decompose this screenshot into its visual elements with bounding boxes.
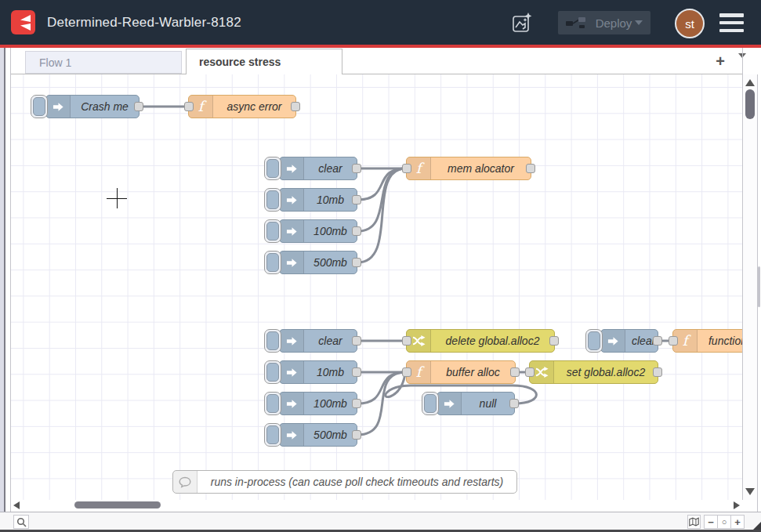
node-port-in[interactable]	[402, 336, 411, 346]
node-port-out[interactable]	[549, 336, 559, 346]
add-flow-button[interactable]: +	[709, 50, 731, 72]
node-port-out[interactable]	[291, 102, 300, 111]
deploy-nodes-icon	[566, 16, 586, 29]
node-port-in[interactable]	[402, 367, 411, 377]
navigator-button[interactable]	[687, 515, 701, 529]
zoom-out-button[interactable]: −	[704, 515, 718, 529]
node-function-buffer-alloc[interactable]: fbuffer alloc	[406, 360, 516, 384]
horizontal-scrollbar-thumb[interactable]	[74, 501, 161, 508]
inject-arrow-icon	[286, 335, 298, 347]
node-port-out[interactable]	[509, 399, 519, 408]
node-function-mem-alocator[interactable]: fmem alocator	[406, 157, 531, 180]
workspace-tab-bar: Flow 1 resource stress +	[11, 48, 743, 74]
node-change-set-global-alloc2[interactable]: set global.alloc2	[529, 360, 658, 384]
node-port-out[interactable]	[352, 367, 361, 377]
comment-icon-area	[173, 471, 197, 493]
node-port-out[interactable]	[352, 258, 361, 267]
inject-icon-area	[601, 330, 625, 352]
inject-button-face	[588, 331, 600, 350]
tab-flow-1[interactable]: Flow 1	[25, 51, 182, 74]
inject-button[interactable]	[585, 329, 603, 353]
node-port-out[interactable]	[526, 164, 535, 173]
inject-button-face	[424, 394, 437, 413]
burger-bar	[719, 21, 744, 25]
inject-button[interactable]	[264, 392, 281, 415]
node-port-out[interactable]	[352, 195, 361, 204]
ai-image-button[interactable]	[509, 11, 535, 34]
node-port-in[interactable]	[525, 367, 535, 377]
vertical-scrollbar[interactable]	[743, 74, 757, 500]
scroll-right-arrow[interactable]	[734, 501, 740, 509]
node-inject-100mb[interactable]: 100mb	[279, 392, 357, 415]
scroll-up-arrow[interactable]	[745, 79, 755, 86]
node-inject-100mb[interactable]: 100mb	[279, 219, 357, 243]
node-inject-clear[interactable]: clear	[279, 329, 357, 353]
deploy-caret-icon[interactable]	[635, 20, 643, 25]
inject-arrow-icon	[286, 163, 298, 175]
inject-button[interactable]	[264, 188, 281, 212]
scroll-left-arrow[interactable]	[13, 501, 20, 509]
node-port-out[interactable]	[352, 430, 361, 440]
user-avatar[interactable]: st	[675, 9, 705, 38]
node-inject-10mb[interactable]: 10mb	[279, 360, 357, 384]
change-shuffle-icon	[535, 366, 549, 378]
node-function-function[interactable]: ffunction	[672, 329, 743, 353]
app-logo-icon[interactable]	[11, 10, 35, 34]
footer-bar: − ○ +	[0, 512, 761, 530]
search-flows-button[interactable]	[13, 515, 29, 529]
node-change-delete-global-alloc2[interactable]: delete global.alloc2	[406, 329, 555, 353]
node-function-async-error[interactable]: fasync error	[188, 95, 296, 118]
inject-button-face	[266, 363, 279, 382]
node-label: clear	[304, 330, 357, 352]
node-label: null	[462, 393, 514, 414]
inject-button[interactable]	[264, 423, 281, 447]
node-inject-clear[interactable]: clear	[279, 157, 357, 180]
node-inject-crash-me[interactable]: Crash me	[45, 95, 140, 118]
inject-button[interactable]	[264, 219, 281, 243]
node-label: clear	[304, 157, 357, 179]
inject-button[interactable]	[264, 360, 281, 384]
node-port-in[interactable]	[184, 102, 194, 111]
node-port-out[interactable]	[653, 367, 662, 377]
main-menu-button[interactable]	[719, 13, 744, 32]
node-inject-10mb[interactable]: 10mb	[279, 188, 357, 212]
node-inject-clear[interactable]: clear	[600, 329, 658, 353]
inject-arrow-icon	[286, 429, 298, 441]
node-comment-runs-in-process-can-cause-poll[interactable]: runs in-process (can cause poll check ti…	[172, 470, 517, 494]
node-port-out[interactable]	[653, 336, 662, 346]
change-shuffle-icon	[412, 335, 426, 347]
vertical-scrollbar-thumb[interactable]	[745, 89, 755, 119]
zoom-reset-button[interactable]: ○	[717, 515, 731, 529]
canvas-left-border	[10, 48, 11, 512]
node-inject-null[interactable]: null	[437, 392, 515, 415]
node-label: 500mb	[304, 424, 357, 446]
zoom-in-button[interactable]: +	[730, 515, 745, 529]
node-port-in[interactable]	[402, 164, 411, 173]
inject-icon-area	[437, 393, 462, 414]
inject-button[interactable]	[264, 329, 281, 353]
node-inject-500mb[interactable]: 500mb	[279, 251, 357, 274]
node-port-out[interactable]	[510, 367, 520, 377]
flow-canvas[interactable]: Crash mefasync errorclear10mb100mb500mbf…	[11, 74, 743, 500]
inject-arrow-icon	[53, 101, 64, 113]
inject-button[interactable]	[31, 95, 48, 118]
inject-button[interactable]	[422, 392, 439, 415]
inject-button[interactable]	[264, 157, 281, 180]
inject-icon-area	[280, 220, 304, 242]
node-port-out[interactable]	[352, 164, 361, 173]
inject-button[interactable]	[264, 251, 281, 274]
node-port-out[interactable]	[134, 102, 143, 111]
sidebar-grip[interactable]	[758, 266, 760, 307]
search-icon	[16, 517, 27, 527]
deploy-button[interactable]: Deploy	[558, 11, 650, 34]
node-label: runs in-process (can cause poll check ti…	[197, 471, 516, 493]
node-inject-500mb[interactable]: 500mb	[279, 423, 357, 447]
node-port-out[interactable]	[352, 226, 361, 236]
node-port-in[interactable]	[669, 336, 678, 346]
scroll-down-arrow[interactable]	[745, 488, 755, 495]
node-port-out[interactable]	[352, 399, 361, 408]
tab-resource-stress[interactable]: resource stress	[186, 49, 342, 74]
node-port-out[interactable]	[352, 336, 361, 346]
inject-icon-area	[280, 361, 304, 383]
inject-icon-area	[280, 252, 304, 273]
